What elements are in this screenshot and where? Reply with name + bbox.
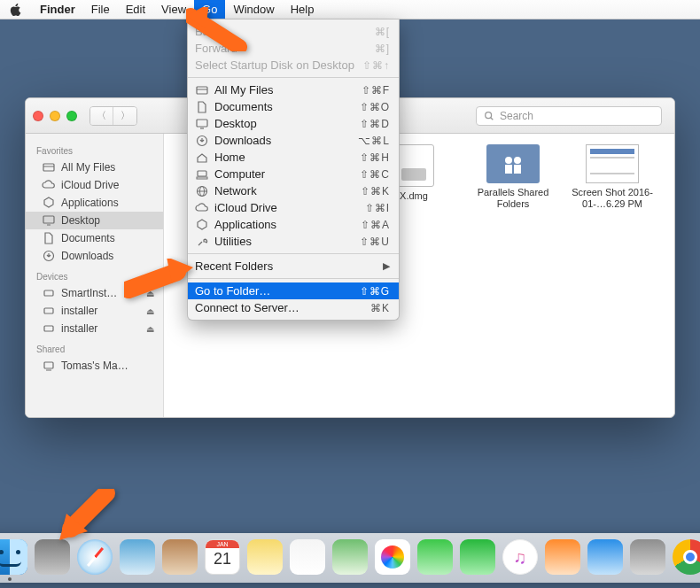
icloud-icon bbox=[42, 179, 56, 191]
menu-item-shortcut: ⇧⌘C bbox=[360, 168, 390, 181]
dock-notes[interactable] bbox=[246, 538, 284, 576]
annotation-arrow-go-menu bbox=[186, 7, 248, 54]
menu-item-startup-disk: Select Startup Disk on Desktop⇧⌘↑ bbox=[188, 57, 399, 74]
svg-line-11 bbox=[491, 117, 494, 120]
sidebar-item-desktop[interactable]: Desktop bbox=[26, 212, 163, 229]
search-placeholder: Search bbox=[500, 110, 533, 122]
minimize-button[interactable] bbox=[50, 111, 60, 121]
dock-chrome[interactable] bbox=[672, 538, 700, 576]
documents-icon bbox=[42, 232, 56, 244]
sidebar-shared-item[interactable]: Tomas's Ma… bbox=[26, 357, 163, 375]
network-icon bbox=[195, 185, 209, 197]
dock-mail[interactable] bbox=[119, 538, 156, 576]
svg-rect-12 bbox=[43, 164, 54, 171]
menu-item-all-files[interactable]: All My Files⇧⌘F bbox=[188, 81, 399, 98]
svg-rect-25 bbox=[514, 165, 521, 174]
close-button[interactable] bbox=[33, 111, 43, 121]
svg-rect-2 bbox=[197, 120, 207, 127]
desktop-icon bbox=[42, 214, 56, 227]
utilities-icon bbox=[195, 236, 209, 248]
forward-button[interactable]: 〉 bbox=[113, 107, 136, 125]
file-name: X.dmg bbox=[400, 190, 428, 202]
dock-calendar[interactable]: JAN21 bbox=[204, 538, 241, 576]
svg-rect-17 bbox=[44, 290, 53, 296]
svg-point-10 bbox=[486, 112, 492, 118]
menu-item-shortcut: ⇧⌘D bbox=[360, 118, 390, 130]
dock-appstore[interactable] bbox=[587, 538, 624, 576]
dock-messages[interactable] bbox=[416, 538, 454, 576]
eject-icon[interactable]: ⏏ bbox=[146, 306, 154, 316]
downloads-icon bbox=[195, 135, 209, 147]
sidebar-item-documents[interactable]: Documents bbox=[26, 229, 163, 247]
sidebar-item-icloud[interactable]: iCloud Drive bbox=[26, 176, 163, 194]
dock-contacts[interactable] bbox=[161, 538, 198, 576]
all-files-icon bbox=[195, 84, 209, 97]
svg-point-22 bbox=[505, 157, 512, 164]
sidebar-favorites-header: Favorites bbox=[26, 139, 163, 159]
sidebar-item-label: installer bbox=[61, 322, 97, 335]
menu-item-label: All My Files bbox=[214, 83, 362, 97]
sidebar-item-applications[interactable]: Applications bbox=[26, 194, 163, 212]
dock-reminders[interactable] bbox=[289, 538, 326, 576]
go-menu-dropdown: Back⌘[ Forward⌘] Select Startup Disk on … bbox=[187, 19, 400, 321]
dock-finder[interactable] bbox=[0, 538, 28, 576]
sidebar-shared-header: Shared bbox=[26, 337, 163, 357]
menu-item-shortcut: ⇧⌘K bbox=[361, 185, 390, 197]
nav-buttons: 〈 〉 bbox=[89, 106, 137, 126]
menu-item-documents[interactable]: Documents⇧⌘O bbox=[188, 98, 399, 115]
disk-icon bbox=[42, 287, 56, 299]
menu-edit[interactable]: Edit bbox=[118, 0, 153, 19]
sidebar-item-label: Downloads bbox=[61, 250, 113, 262]
submenu-arrow-icon: ▶ bbox=[383, 260, 390, 272]
eject-icon[interactable]: ⏏ bbox=[146, 324, 154, 334]
sidebar-item-all-files[interactable]: All My Files bbox=[26, 159, 163, 176]
search-field[interactable]: Search bbox=[476, 106, 662, 126]
dock-preferences[interactable] bbox=[629, 538, 666, 576]
all-files-icon bbox=[42, 161, 56, 174]
sidebar-item-label: SmartInst… bbox=[61, 287, 117, 299]
svg-rect-0 bbox=[197, 87, 207, 94]
file-item[interactable]: Screen Shot 2016-01-…6.29 PM bbox=[570, 144, 655, 210]
svg-point-23 bbox=[514, 157, 521, 164]
menu-help[interactable]: Help bbox=[283, 0, 323, 19]
svg-rect-24 bbox=[505, 165, 512, 174]
dock-maps[interactable] bbox=[331, 538, 369, 576]
menu-item-recent-folders[interactable]: Recent Folders▶ bbox=[188, 258, 399, 275]
disk-icon bbox=[42, 305, 56, 317]
menu-item-home[interactable]: Home⇧⌘H bbox=[188, 149, 399, 166]
menubar: Finder File Edit View Go Window Help bbox=[0, 0, 700, 19]
zoom-button[interactable] bbox=[66, 111, 77, 121]
svg-rect-14 bbox=[43, 216, 54, 223]
menu-item-downloads[interactable]: Downloads⌥⌘L bbox=[188, 132, 399, 149]
sidebar-item-label: installer bbox=[61, 305, 97, 317]
icloud-icon bbox=[195, 202, 209, 214]
menu-item-go-to-folder[interactable]: Go to Folder…⇧⌘G bbox=[188, 282, 399, 299]
back-button[interactable]: 〈 bbox=[90, 107, 113, 125]
dock-itunes[interactable]: ♫ bbox=[502, 538, 539, 576]
shared-mac-icon bbox=[42, 360, 56, 372]
applications-icon bbox=[195, 219, 209, 231]
dock-ibooks[interactable] bbox=[544, 538, 581, 576]
menu-item-label: Applications bbox=[214, 218, 361, 231]
menu-item-label: Computer bbox=[214, 167, 360, 181]
menu-item-connect-to-server[interactable]: Connect to Server…⌘K bbox=[188, 299, 399, 316]
menu-item-computer[interactable]: Computer⇧⌘C bbox=[188, 166, 399, 182]
dock-photos[interactable] bbox=[374, 538, 411, 576]
menu-item-icloud[interactable]: iCloud Drive⇧⌘I bbox=[188, 199, 399, 216]
menu-item-utilities[interactable]: Utilities⇧⌘U bbox=[188, 233, 399, 250]
menu-item-shortcut: ⌥⌘L bbox=[358, 135, 390, 147]
sidebar-item-label: All My Files bbox=[61, 161, 115, 174]
sidebar-device-item[interactable]: installer⏏ bbox=[26, 302, 163, 320]
annotation-arrow-go-to-folder bbox=[124, 259, 195, 301]
menu-item-desktop[interactable]: Desktop⇧⌘D bbox=[188, 115, 399, 132]
menubar-app[interactable]: Finder bbox=[32, 0, 83, 19]
file-item[interactable]: Parallels Shared Folders bbox=[471, 144, 556, 210]
menu-item-network[interactable]: Network⇧⌘K bbox=[188, 182, 399, 199]
menu-file[interactable]: File bbox=[83, 0, 118, 19]
dock-facetime[interactable] bbox=[459, 538, 496, 576]
sidebar-device-item[interactable]: installer⏏ bbox=[26, 320, 163, 337]
file-thumb bbox=[486, 144, 540, 183]
home-icon bbox=[195, 151, 209, 164]
menu-item-applications[interactable]: Applications⇧⌘A bbox=[188, 216, 399, 233]
svg-rect-5 bbox=[198, 171, 206, 176]
